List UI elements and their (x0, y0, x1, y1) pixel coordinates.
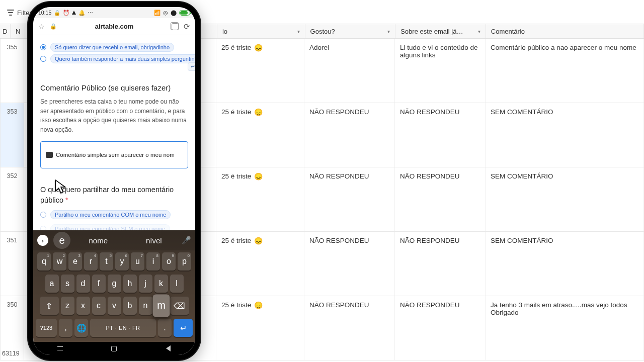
key-q[interactable]: q1 (37, 252, 51, 270)
key-comma[interactable]: , (59, 319, 72, 337)
cell-gostou: NÃO RESPONDEU (304, 232, 395, 296)
section-heading: Comentário Público (se quiseres fazer) (40, 83, 188, 92)
key-shift[interactable]: ⇧ (40, 297, 59, 315)
row-number: 355 (0, 39, 24, 103)
notif-icon (72, 11, 76, 15)
row-number: 352 (0, 167, 24, 231)
key-s[interactable]: s (61, 275, 74, 293)
cell-io: 25 é triste😞 (216, 296, 304, 360)
key-x[interactable]: x (76, 297, 90, 315)
key-i[interactable]: i8 (146, 252, 160, 270)
radio-option-2[interactable]: Quero também responder a mais duas simpl… (40, 54, 188, 63)
col-gostou[interactable]: Gostou?▾ (305, 24, 396, 38)
key-n[interactable]: n (139, 297, 152, 315)
chevron-down-icon: ▾ (297, 29, 300, 34)
nav-home-icon[interactable] (110, 345, 119, 351)
key-f[interactable]: f (92, 275, 106, 293)
key-p[interactable]: p0 (178, 252, 191, 270)
key-r[interactable]: r4 (84, 252, 98, 270)
radio-unchecked-icon (40, 56, 46, 62)
key-w[interactable]: w2 (53, 252, 66, 270)
signal-icon: 📶 (154, 10, 160, 16)
suggestion-word[interactable]: nível (126, 236, 182, 245)
option-label: Só quero dizer que recebi o email, obrig… (50, 43, 174, 52)
nav-recent-icon[interactable] (56, 345, 65, 351)
cell-comentario: SEM COMENTÁRIO (486, 167, 644, 231)
key-l[interactable]: l (170, 275, 184, 293)
key-enter[interactable]: ↵ (174, 319, 193, 337)
col-comentario[interactable]: Comentário (486, 24, 644, 38)
col-sobre[interactable]: Sobre este email já…▾ (395, 24, 486, 38)
soft-keyboard: › e nome nível 🎤 q1w2e3r4t5y6u7i8o9p0 as… (33, 230, 195, 342)
cell-gostou: NÃO RESPONDEU (304, 296, 395, 360)
key-e[interactable]: e3 (68, 252, 82, 270)
key-g[interactable]: g (108, 275, 121, 293)
suggestion-word[interactable]: nome (70, 236, 126, 245)
radio-checked-icon (40, 44, 46, 50)
share-option-2[interactable]: Partilho o meu comentário SEM o meu nome (40, 224, 188, 230)
key-h[interactable]: h (123, 275, 137, 293)
key-backspace[interactable]: ⌫ (170, 297, 189, 315)
tabs-icon[interactable] (172, 23, 179, 30)
sad-emoji-icon: 😞 (254, 172, 263, 180)
key-d[interactable]: d (76, 275, 90, 293)
keyboard-row-3: ⇧zxcvbnm⌫ (33, 295, 195, 317)
key-m[interactable]: m (152, 295, 170, 317)
key-b[interactable]: b (123, 297, 137, 315)
cell-io: 25 é triste😞 (216, 103, 304, 167)
more-icon: ⋯ (88, 10, 93, 16)
chevron-down-icon: ▾ (478, 29, 480, 34)
radio-option-1[interactable]: Só quero dizer que recebi o email, obrig… (40, 43, 188, 52)
key-o[interactable]: o9 (162, 252, 176, 270)
col-d[interactable]: D (0, 24, 11, 38)
airtable-form: Só quero dizer que recebi o email, obrig… (33, 35, 195, 230)
key-c[interactable]: c (92, 297, 106, 315)
row-count-sum: 63119 (2, 350, 20, 357)
nav-back-icon[interactable] (164, 345, 173, 351)
lock-icon: 🔒 (54, 10, 60, 16)
battery-icon (179, 10, 190, 16)
option-label: Quero também responder a mais duas simpl… (50, 54, 195, 63)
bookmark-icon[interactable]: ☆ (38, 23, 45, 31)
status-time: 10:15 (38, 10, 51, 16)
cell-io: 25 é triste😞 (216, 232, 304, 296)
radio-unchecked-icon (40, 212, 46, 218)
comment-textbox[interactable] (40, 141, 188, 168)
option-label: Partilho o meu comentário SEM o meu nome (50, 224, 170, 230)
filter-button[interactable]: Filter (7, 9, 32, 17)
filter-icon (7, 10, 14, 17)
col-io[interactable]: io▾ (217, 24, 305, 38)
cell-comentario: SEM COMENTÁRIO (486, 103, 644, 167)
reload-icon[interactable]: ⟳ (184, 22, 190, 31)
comment-input[interactable] (56, 152, 183, 158)
key-t[interactable]: t5 (100, 252, 113, 270)
mic-icon[interactable]: 🎤 (182, 236, 191, 245)
row-number: 351 (0, 232, 24, 296)
cell-comentario: SEM COMENTÁRIO (486, 232, 644, 296)
status-bar: 10:15 🔒 ⏰ 🔔 ⋯ 📶 ◎ ⬤ (33, 7, 195, 18)
key-y[interactable]: y6 (115, 252, 129, 270)
expand-icon[interactable]: › (37, 235, 48, 246)
radio-unchecked-icon (40, 226, 46, 230)
key-k[interactable]: k (154, 275, 168, 293)
key-numlock[interactable]: ?123 (36, 319, 57, 337)
cell-sobre: NÃO RESPONDEU (395, 232, 486, 296)
sad-emoji-icon: 😞 (254, 44, 263, 52)
option-label: Partilho o meu comentário COM o meu nome (50, 210, 171, 219)
url-text: airtable.com (62, 23, 167, 30)
key-v[interactable]: v (108, 297, 121, 315)
keyboard-row-4: ?123 , 🌐 PT · EN · FR . ↵ (33, 317, 195, 339)
browser-url-bar[interactable]: ☆ 🔒 airtable.com ⟳ (33, 18, 195, 35)
globe-icon[interactable]: 🌐 (74, 319, 88, 337)
key-a[interactable]: a (45, 275, 59, 293)
key-z[interactable]: z (61, 297, 74, 315)
key-period[interactable]: . (158, 319, 172, 337)
key-u[interactable]: u7 (131, 252, 144, 270)
share-option-1[interactable]: Partilho o meu comentário COM o meu nome (40, 210, 188, 219)
key-j[interactable]: j (139, 275, 152, 293)
suggestion-primary[interactable]: e (53, 232, 70, 249)
lock-icon: 🔒 (50, 23, 57, 30)
alarm-icon: ⏰ (63, 10, 69, 16)
sad-emoji-icon: 😞 (254, 301, 263, 309)
key-space[interactable]: PT · EN · FR (90, 319, 156, 337)
